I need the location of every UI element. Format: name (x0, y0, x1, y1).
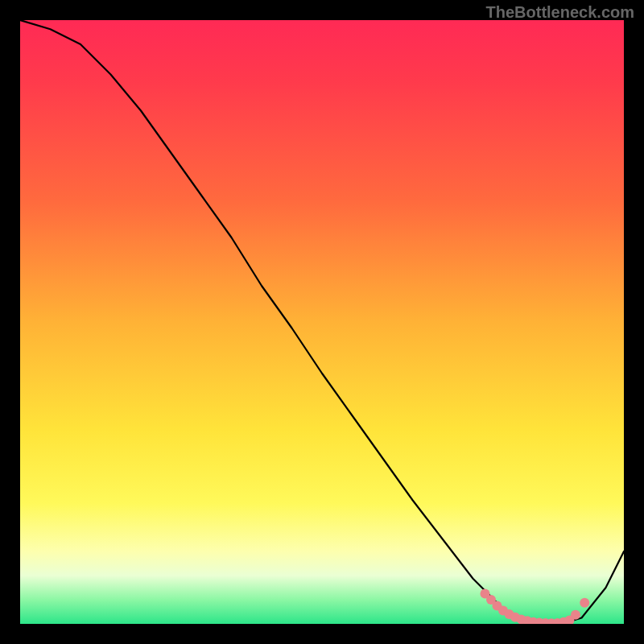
bottleneck-curve (20, 20, 624, 623)
highlight-dot (571, 610, 580, 620)
chart-frame: TheBottleneck.com (0, 0, 644, 644)
attribution-text: TheBottleneck.com (486, 3, 634, 22)
highlight-dots (481, 589, 590, 625)
highlight-dot (580, 598, 589, 608)
plot-area (20, 20, 624, 624)
curve-layer (20, 20, 624, 624)
